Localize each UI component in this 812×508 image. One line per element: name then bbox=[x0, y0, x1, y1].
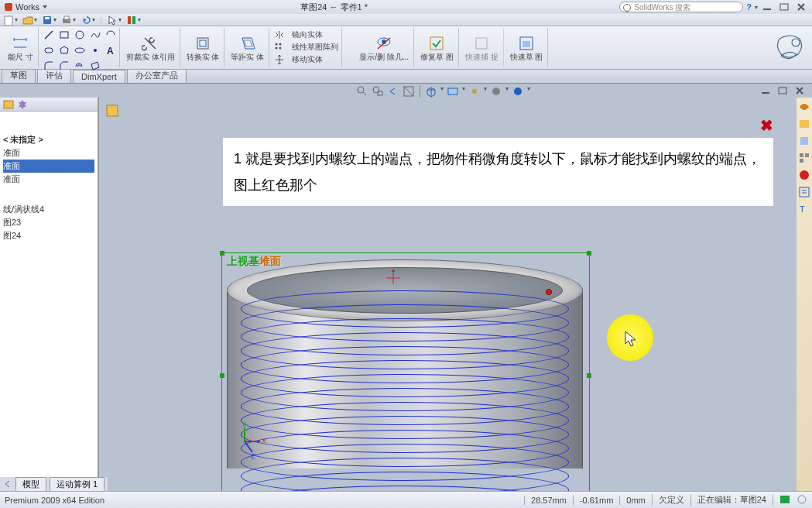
close-icon[interactable] bbox=[795, 2, 809, 12]
resize-handle[interactable] bbox=[220, 373, 224, 378]
bottom-tabs: 模型 运动算例 1 bbox=[0, 477, 108, 491]
trim-button[interactable]: 剪裁实 体引用 bbox=[122, 28, 180, 67]
tree-item-sketch[interactable]: 图23 bbox=[3, 216, 94, 229]
offset-tool-icon[interactable] bbox=[74, 60, 85, 74]
tree-item-plane[interactable]: 准面 bbox=[3, 146, 94, 160]
minimize-icon[interactable] bbox=[761, 2, 775, 12]
library-icon[interactable] bbox=[798, 118, 810, 130]
units-icon[interactable] bbox=[773, 495, 797, 506]
explorer-icon[interactable] bbox=[798, 135, 810, 147]
convert-button[interactable]: 转换实 体 bbox=[182, 28, 225, 67]
tab-sketch[interactable]: 草图 bbox=[2, 67, 36, 83]
custom-props-icon[interactable] bbox=[798, 186, 810, 198]
smart-dimension-button[interactable]: 能尺 寸 bbox=[3, 28, 39, 67]
tab-office[interactable]: 办公室产品 bbox=[127, 67, 187, 83]
polygon-tool-icon[interactable] bbox=[59, 45, 70, 59]
annotation-text: 1 就是要找到内螺纹上的端点，把物件稍微角度转以下，鼠标才能找到内螺纹的端点，图… bbox=[223, 138, 773, 206]
chamfer-tool-icon[interactable] bbox=[59, 60, 70, 74]
edition-label: Premium 2009 x64 Edition bbox=[5, 496, 524, 505]
tab-model[interactable]: 模型 bbox=[15, 477, 46, 492]
tree-item-helix[interactable]: 线/涡状线4 bbox=[3, 203, 94, 216]
mirror-button[interactable]: 镜向实体 bbox=[274, 29, 338, 40]
undo-button[interactable]: ▾ bbox=[81, 15, 95, 26]
help-icon[interactable]: ? bbox=[746, 2, 752, 12]
tree-group-unspecified[interactable]: < 未指定 > bbox=[3, 133, 94, 146]
graphics-viewport[interactable]: ✖ 1 就是要找到内螺纹上的端点，把物件稍微角度转以下，鼠标才能找到内螺纹的端点… bbox=[99, 98, 797, 491]
open-button[interactable]: ▾ bbox=[22, 15, 37, 26]
sketch-plane-box[interactable]: 上视基堆面 bbox=[221, 252, 590, 491]
status-toggle-icon[interactable] bbox=[797, 495, 807, 506]
select-button[interactable]: ▾ bbox=[107, 15, 122, 26]
svg-rect-39 bbox=[4, 101, 13, 108]
circle-tool-icon[interactable] bbox=[74, 29, 85, 43]
plane-tool-icon[interactable] bbox=[90, 60, 101, 74]
svg-rect-9 bbox=[132, 16, 135, 24]
tree-item-plane[interactable]: 准面 bbox=[3, 173, 94, 186]
rebuild-button[interactable]: ▾ bbox=[126, 15, 141, 26]
config-icon[interactable] bbox=[17, 99, 28, 110]
main-area: < 未指定 > 准面 准面 准面 线/涡状线4 图23 图24 ✖ 1 就是要找… bbox=[0, 98, 812, 491]
doc-restore-icon[interactable] bbox=[776, 85, 790, 96]
search-input[interactable]: SolidWorks 搜索 bbox=[619, 2, 743, 12]
scene-icon[interactable] bbox=[490, 85, 502, 98]
prev-view-icon[interactable] bbox=[387, 85, 399, 98]
spline-tool-icon[interactable] bbox=[90, 29, 101, 43]
command-tabs: 草图 评估 DimXpert 办公室产品 bbox=[0, 70, 812, 84]
view-palette-icon[interactable] bbox=[798, 152, 810, 164]
section-icon[interactable] bbox=[403, 85, 415, 98]
zoom-fit-icon[interactable] bbox=[356, 85, 368, 98]
text-tool-icon[interactable]: A bbox=[105, 45, 116, 59]
tree-item-plane-selected[interactable]: 准面 bbox=[3, 160, 94, 173]
resize-handle[interactable] bbox=[587, 373, 591, 378]
zoom-window-icon[interactable] bbox=[372, 85, 384, 98]
appearance-icon[interactable] bbox=[512, 85, 524, 98]
repair-button[interactable]: 修复草 图 bbox=[416, 28, 459, 67]
prev-tab-icon[interactable] bbox=[3, 479, 12, 489]
svg-point-29 bbox=[358, 87, 364, 93]
point-tool-icon[interactable] bbox=[90, 45, 101, 59]
svg-point-19 bbox=[279, 43, 282, 46]
svg-point-13 bbox=[75, 48, 84, 53]
resize-handle[interactable] bbox=[220, 251, 224, 256]
feature-tree: < 未指定 > 准面 准面 准面 线/涡状线4 图23 图24 bbox=[0, 112, 98, 244]
coord-x: 28.57mm bbox=[524, 496, 573, 505]
flyout-tree-icon[interactable] bbox=[105, 104, 119, 118]
line-tool-icon[interactable] bbox=[43, 29, 54, 43]
rapid-sketch-button[interactable]: 快速草 图 bbox=[505, 28, 549, 67]
svg-point-28 bbox=[792, 39, 800, 46]
display-style-icon[interactable] bbox=[447, 85, 459, 98]
slot-tool-icon[interactable] bbox=[43, 45, 54, 59]
doclink-icon[interactable]: T bbox=[798, 203, 810, 215]
svg-point-21 bbox=[279, 47, 282, 50]
tree-item-sketch[interactable]: 图24 bbox=[3, 229, 94, 242]
svg-rect-0 bbox=[5, 3, 12, 11]
rect-tool-icon[interactable] bbox=[59, 29, 70, 43]
restore-icon[interactable] bbox=[778, 2, 792, 12]
new-button[interactable]: ▾ bbox=[3, 15, 18, 26]
show-hide-button[interactable]: 显示/删 除几... bbox=[355, 28, 414, 67]
doc-close-icon[interactable] bbox=[793, 85, 807, 96]
resources-icon[interactable] bbox=[798, 101, 810, 113]
tab-motion[interactable]: 运动算例 1 bbox=[50, 477, 104, 492]
view-orientation-icon[interactable] bbox=[425, 85, 437, 98]
doc-minimize-icon[interactable] bbox=[759, 85, 773, 96]
appearance-pane-icon[interactable] bbox=[798, 169, 810, 181]
svg-rect-12 bbox=[45, 48, 53, 53]
move-button[interactable]: 移动实体 bbox=[274, 54, 338, 65]
hide-show-icon[interactable] bbox=[468, 85, 481, 98]
rapid-snap-button[interactable]: 快速捕 捉 bbox=[461, 28, 504, 67]
helix-curve bbox=[241, 290, 569, 491]
pattern-button[interactable]: 线性草图阵列 bbox=[274, 42, 338, 53]
print-button[interactable]: ▾ bbox=[61, 15, 76, 26]
fillet-tool-icon[interactable] bbox=[43, 60, 54, 74]
offset-button[interactable]: 等距实 体 bbox=[226, 28, 269, 67]
save-button[interactable]: ▾ bbox=[42, 15, 57, 26]
ellipse-tool-icon[interactable] bbox=[74, 45, 85, 59]
menu-dropdown-icon[interactable] bbox=[41, 3, 49, 11]
feature-tree-icon[interactable] bbox=[3, 99, 14, 110]
svg-rect-24 bbox=[430, 37, 443, 50]
arc-tool-icon[interactable] bbox=[105, 29, 116, 43]
svg-point-49 bbox=[800, 170, 809, 180]
resize-handle[interactable] bbox=[587, 251, 591, 256]
close-hint-icon[interactable]: ✖ bbox=[760, 116, 773, 135]
